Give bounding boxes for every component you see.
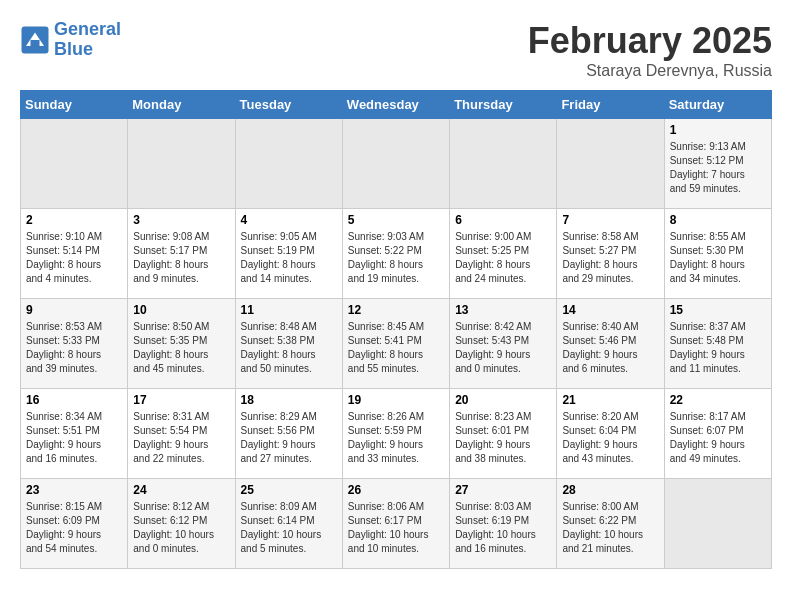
day-info: Sunrise: 8:26 AM Sunset: 5:59 PM Dayligh…: [348, 410, 444, 466]
day-info: Sunrise: 8:45 AM Sunset: 5:41 PM Dayligh…: [348, 320, 444, 376]
day-number: 13: [455, 303, 551, 317]
calendar-cell: 3Sunrise: 9:08 AM Sunset: 5:17 PM Daylig…: [128, 209, 235, 299]
calendar-cell: 24Sunrise: 8:12 AM Sunset: 6:12 PM Dayli…: [128, 479, 235, 569]
calendar-header: SundayMondayTuesdayWednesdayThursdayFrid…: [21, 91, 772, 119]
logo: General Blue: [20, 20, 121, 60]
calendar-week-1: 1Sunrise: 9:13 AM Sunset: 5:12 PM Daylig…: [21, 119, 772, 209]
day-number: 6: [455, 213, 551, 227]
calendar-week-5: 23Sunrise: 8:15 AM Sunset: 6:09 PM Dayli…: [21, 479, 772, 569]
weekday-header-friday: Friday: [557, 91, 664, 119]
day-number: 27: [455, 483, 551, 497]
day-number: 14: [562, 303, 658, 317]
calendar-cell: 16Sunrise: 8:34 AM Sunset: 5:51 PM Dayli…: [21, 389, 128, 479]
svg-rect-2: [31, 40, 40, 46]
calendar-cell: 6Sunrise: 9:00 AM Sunset: 5:25 PM Daylig…: [450, 209, 557, 299]
day-info: Sunrise: 8:50 AM Sunset: 5:35 PM Dayligh…: [133, 320, 229, 376]
day-info: Sunrise: 8:20 AM Sunset: 6:04 PM Dayligh…: [562, 410, 658, 466]
weekday-header-sunday: Sunday: [21, 91, 128, 119]
logo-line2: Blue: [54, 39, 93, 59]
day-number: 4: [241, 213, 337, 227]
calendar-cell: 12Sunrise: 8:45 AM Sunset: 5:41 PM Dayli…: [342, 299, 449, 389]
day-info: Sunrise: 9:05 AM Sunset: 5:19 PM Dayligh…: [241, 230, 337, 286]
calendar-week-2: 2Sunrise: 9:10 AM Sunset: 5:14 PM Daylig…: [21, 209, 772, 299]
day-number: 26: [348, 483, 444, 497]
day-number: 8: [670, 213, 766, 227]
calendar-cell: 22Sunrise: 8:17 AM Sunset: 6:07 PM Dayli…: [664, 389, 771, 479]
calendar-cell: [450, 119, 557, 209]
day-number: 20: [455, 393, 551, 407]
calendar-cell: [21, 119, 128, 209]
calendar-cell: 2Sunrise: 9:10 AM Sunset: 5:14 PM Daylig…: [21, 209, 128, 299]
day-info: Sunrise: 8:23 AM Sunset: 6:01 PM Dayligh…: [455, 410, 551, 466]
weekday-header-tuesday: Tuesday: [235, 91, 342, 119]
day-number: 5: [348, 213, 444, 227]
calendar-cell: 21Sunrise: 8:20 AM Sunset: 6:04 PM Dayli…: [557, 389, 664, 479]
weekday-header-saturday: Saturday: [664, 91, 771, 119]
day-info: Sunrise: 8:48 AM Sunset: 5:38 PM Dayligh…: [241, 320, 337, 376]
day-info: Sunrise: 9:03 AM Sunset: 5:22 PM Dayligh…: [348, 230, 444, 286]
day-number: 7: [562, 213, 658, 227]
calendar-cell: 18Sunrise: 8:29 AM Sunset: 5:56 PM Dayli…: [235, 389, 342, 479]
calendar-cell: 28Sunrise: 8:00 AM Sunset: 6:22 PM Dayli…: [557, 479, 664, 569]
day-info: Sunrise: 8:37 AM Sunset: 5:48 PM Dayligh…: [670, 320, 766, 376]
day-info: Sunrise: 8:03 AM Sunset: 6:19 PM Dayligh…: [455, 500, 551, 556]
title-area: February 2025 Staraya Derevnya, Russia: [528, 20, 772, 80]
calendar-cell: 15Sunrise: 8:37 AM Sunset: 5:48 PM Dayli…: [664, 299, 771, 389]
weekday-header-row: SundayMondayTuesdayWednesdayThursdayFrid…: [21, 91, 772, 119]
day-number: 18: [241, 393, 337, 407]
calendar-cell: [557, 119, 664, 209]
day-info: Sunrise: 9:08 AM Sunset: 5:17 PM Dayligh…: [133, 230, 229, 286]
calendar-cell: [128, 119, 235, 209]
day-info: Sunrise: 8:09 AM Sunset: 6:14 PM Dayligh…: [241, 500, 337, 556]
calendar-cell: 4Sunrise: 9:05 AM Sunset: 5:19 PM Daylig…: [235, 209, 342, 299]
calendar-cell: 19Sunrise: 8:26 AM Sunset: 5:59 PM Dayli…: [342, 389, 449, 479]
weekday-header-thursday: Thursday: [450, 91, 557, 119]
calendar-week-4: 16Sunrise: 8:34 AM Sunset: 5:51 PM Dayli…: [21, 389, 772, 479]
calendar-cell: 14Sunrise: 8:40 AM Sunset: 5:46 PM Dayli…: [557, 299, 664, 389]
day-info: Sunrise: 8:15 AM Sunset: 6:09 PM Dayligh…: [26, 500, 122, 556]
header: General Blue February 2025 Staraya Derev…: [20, 20, 772, 80]
day-number: 15: [670, 303, 766, 317]
day-number: 19: [348, 393, 444, 407]
day-info: Sunrise: 8:17 AM Sunset: 6:07 PM Dayligh…: [670, 410, 766, 466]
day-number: 24: [133, 483, 229, 497]
day-info: Sunrise: 9:13 AM Sunset: 5:12 PM Dayligh…: [670, 140, 766, 196]
day-number: 28: [562, 483, 658, 497]
day-number: 2: [26, 213, 122, 227]
day-number: 21: [562, 393, 658, 407]
calendar-body: 1Sunrise: 9:13 AM Sunset: 5:12 PM Daylig…: [21, 119, 772, 569]
calendar-cell: [235, 119, 342, 209]
day-info: Sunrise: 9:10 AM Sunset: 5:14 PM Dayligh…: [26, 230, 122, 286]
location-title: Staraya Derevnya, Russia: [528, 62, 772, 80]
month-title: February 2025: [528, 20, 772, 62]
calendar-cell: 13Sunrise: 8:42 AM Sunset: 5:43 PM Dayli…: [450, 299, 557, 389]
calendar-week-3: 9Sunrise: 8:53 AM Sunset: 5:33 PM Daylig…: [21, 299, 772, 389]
day-number: 12: [348, 303, 444, 317]
day-number: 1: [670, 123, 766, 137]
calendar-cell: 20Sunrise: 8:23 AM Sunset: 6:01 PM Dayli…: [450, 389, 557, 479]
day-number: 10: [133, 303, 229, 317]
day-number: 25: [241, 483, 337, 497]
day-number: 22: [670, 393, 766, 407]
day-info: Sunrise: 8:12 AM Sunset: 6:12 PM Dayligh…: [133, 500, 229, 556]
calendar-cell: 10Sunrise: 8:50 AM Sunset: 5:35 PM Dayli…: [128, 299, 235, 389]
calendar-cell: 8Sunrise: 8:55 AM Sunset: 5:30 PM Daylig…: [664, 209, 771, 299]
day-info: Sunrise: 8:55 AM Sunset: 5:30 PM Dayligh…: [670, 230, 766, 286]
day-info: Sunrise: 8:58 AM Sunset: 5:27 PM Dayligh…: [562, 230, 658, 286]
calendar-cell: 7Sunrise: 8:58 AM Sunset: 5:27 PM Daylig…: [557, 209, 664, 299]
day-info: Sunrise: 8:29 AM Sunset: 5:56 PM Dayligh…: [241, 410, 337, 466]
calendar-cell: 5Sunrise: 9:03 AM Sunset: 5:22 PM Daylig…: [342, 209, 449, 299]
calendar-cell: 23Sunrise: 8:15 AM Sunset: 6:09 PM Dayli…: [21, 479, 128, 569]
day-info: Sunrise: 8:40 AM Sunset: 5:46 PM Dayligh…: [562, 320, 658, 376]
day-number: 3: [133, 213, 229, 227]
calendar-cell: 25Sunrise: 8:09 AM Sunset: 6:14 PM Dayli…: [235, 479, 342, 569]
day-number: 11: [241, 303, 337, 317]
day-info: Sunrise: 8:34 AM Sunset: 5:51 PM Dayligh…: [26, 410, 122, 466]
day-info: Sunrise: 9:00 AM Sunset: 5:25 PM Dayligh…: [455, 230, 551, 286]
day-info: Sunrise: 8:00 AM Sunset: 6:22 PM Dayligh…: [562, 500, 658, 556]
day-info: Sunrise: 8:31 AM Sunset: 5:54 PM Dayligh…: [133, 410, 229, 466]
weekday-header-monday: Monday: [128, 91, 235, 119]
day-number: 16: [26, 393, 122, 407]
calendar-table: SundayMondayTuesdayWednesdayThursdayFrid…: [20, 90, 772, 569]
day-number: 9: [26, 303, 122, 317]
